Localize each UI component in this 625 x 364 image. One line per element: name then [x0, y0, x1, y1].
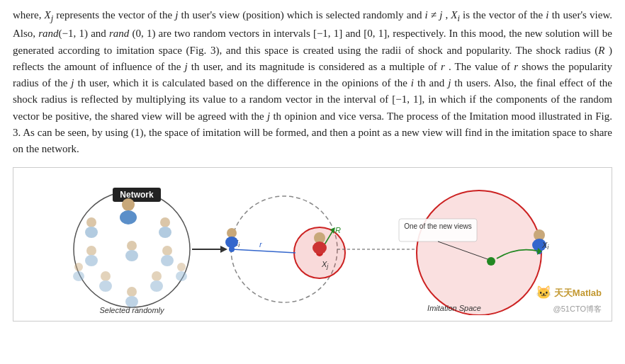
svg-text:One of the new views: One of the new views [404, 222, 472, 230]
svg-point-6 [85, 227, 98, 238]
main-paragraph: where, Xj represents the vector of the j… [13, 7, 612, 157]
svg-text:R: R [335, 226, 341, 234]
svg-text:Xi: Xi [541, 241, 549, 251]
svg-point-42 [225, 237, 238, 248]
svg-point-4 [120, 210, 137, 224]
svg-text:Network: Network [120, 190, 154, 200]
svg-point-16 [99, 280, 112, 292]
svg-text:r: r [259, 240, 263, 249]
diagram-svg: Network [15, 175, 610, 315]
svg-point-18 [150, 280, 163, 292]
svg-point-13 [162, 246, 172, 256]
svg-point-21 [74, 263, 83, 271]
svg-point-15 [101, 271, 111, 281]
svg-point-43 [417, 190, 541, 315]
svg-point-41 [227, 228, 237, 238]
text-block: where, Xj represents the vector of the j… [13, 7, 612, 157]
svg-point-24 [176, 271, 187, 281]
svg-point-19 [127, 287, 137, 297]
svg-text:Imitation Space: Imitation Space [427, 304, 481, 312]
svg-point-3 [122, 198, 135, 211]
svg-point-11 [127, 241, 137, 251]
svg-point-22 [73, 271, 84, 281]
svg-point-9 [86, 246, 96, 256]
svg-point-51 [487, 257, 495, 266]
svg-point-12 [125, 250, 138, 261]
svg-point-7 [160, 217, 170, 227]
svg-point-5 [86, 217, 96, 227]
svg-point-10 [85, 255, 98, 266]
svg-marker-27 [220, 246, 227, 253]
svg-point-14 [161, 255, 174, 266]
page-container: where, Xj represents the vector of the j… [0, 0, 625, 329]
svg-point-17 [152, 271, 162, 281]
svg-line-34 [232, 249, 295, 253]
diagram-section: Network [13, 167, 612, 322]
svg-point-23 [177, 263, 186, 271]
svg-point-8 [159, 227, 171, 238]
svg-text:Selected randomly: Selected randomly [99, 306, 165, 314]
diagram-wrapper: Network [21, 175, 604, 315]
svg-point-40 [312, 241, 327, 254]
